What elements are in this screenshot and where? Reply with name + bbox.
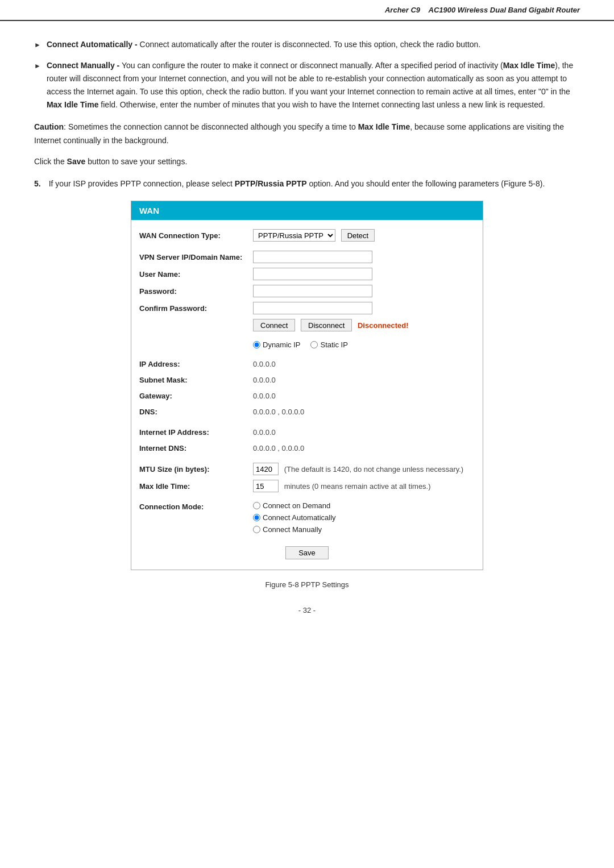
click-save-text: Click the Save button to save your setti…: [34, 155, 580, 168]
subnet-mask-value: 0.0.0.0: [253, 376, 475, 384]
figure-caption: Figure 5-8 PPTP Settings: [34, 580, 580, 589]
username-row: User Name:: [139, 265, 475, 283]
mode-auto-option[interactable]: Connect Automatically: [253, 513, 475, 522]
subnet-mask-row: Subnet Mask: 0.0.0.0: [139, 372, 475, 388]
internet-dns-value: 0.0.0.0 , 0.0.0.0: [253, 444, 475, 452]
max-idle-row: Max Idle Time: minutes (0 means remain a…: [139, 477, 475, 495]
confirm-password-row: Confirm Password:: [139, 300, 475, 317]
connect-button[interactable]: Connect: [253, 319, 295, 331]
wan-connection-type-row: WAN Connection Type: PPTP/Russia PPTP De…: [139, 226, 475, 244]
bullet-arrow-2: ►: [34, 61, 41, 72]
max-idle-input[interactable]: [253, 480, 279, 492]
wan-table-body: WAN Connection Type: PPTP/Russia PPTP De…: [131, 220, 483, 570]
disconnect-button[interactable]: Disconnect: [301, 319, 352, 331]
mode-demand-radio[interactable]: [253, 502, 260, 509]
connection-mode-options: Connect on Demand Connect Automatically …: [253, 501, 475, 534]
dns-row: DNS: 0.0.0.0 , 0.0.0.0: [139, 404, 475, 420]
header-text: Archer C9 AC1900 Wireless Dual Band Giga…: [385, 6, 580, 14]
gateway-row: Gateway: 0.0.0.0: [139, 388, 475, 404]
wan-connection-type-select[interactable]: PPTP/Russia PPTP: [253, 229, 335, 242]
gateway-label: Gateway:: [139, 392, 253, 400]
vpn-server-label: VPN Server IP/Domain Name:: [139, 253, 253, 261]
internet-dns-row: Internet DNS: 0.0.0.0 , 0.0.0.0: [139, 440, 475, 456]
ip-type-row: Dynamic IP Static IP: [253, 338, 475, 351]
password-input[interactable]: [253, 285, 372, 297]
numbered-item-5: 5. If your ISP provides PPTP connection,…: [34, 177, 580, 190]
wan-table: WAN WAN Connection Type: PPTP/Russia PPT…: [131, 201, 483, 571]
username-label: User Name:: [139, 270, 253, 279]
password-row: Password:: [139, 283, 475, 300]
mtu-label: MTU Size (in bytes):: [139, 465, 253, 474]
save-row: Save: [139, 541, 475, 562]
confirm-password-label: Confirm Password:: [139, 304, 253, 313]
internet-dns-label: Internet DNS:: [139, 444, 253, 452]
mode-manual-option[interactable]: Connect Manually: [253, 525, 475, 534]
wan-connection-type-value: PPTP/Russia PPTP Detect: [253, 229, 475, 242]
mtu-input[interactable]: [253, 463, 279, 475]
dynamic-ip-radio[interactable]: [253, 341, 260, 348]
gateway-value: 0.0.0.0: [253, 392, 475, 400]
mtu-row: MTU Size (in bytes): (The default is 142…: [139, 460, 475, 477]
bullet-text-1: Connect Automatically - Connect automati…: [47, 38, 580, 51]
internet-ip-label: Internet IP Address:: [139, 428, 253, 437]
mode-demand-option[interactable]: Connect on Demand: [253, 501, 475, 510]
caution-block: Caution: Sometimes the connection cannot…: [34, 121, 580, 147]
mtu-note: (The default is 1420, do not change unle…: [284, 465, 464, 474]
ip-address-value: 0.0.0.0: [253, 360, 475, 368]
detect-button[interactable]: Detect: [341, 229, 375, 242]
ip-address-row: IP Address: 0.0.0.0: [139, 356, 475, 372]
static-ip-radio[interactable]: [310, 341, 318, 348]
subnet-mask-label: Subnet Mask:: [139, 376, 253, 384]
max-idle-note: minutes (0 means remain active at all ti…: [284, 482, 431, 491]
bullet-item-connect-manually: ► Connect Manually - You can configure t…: [34, 59, 580, 111]
numbered-item-text: If your ISP provides PPTP connection, pl…: [49, 177, 580, 190]
confirm-password-input[interactable]: [253, 302, 372, 314]
page-number: - 32 -: [34, 606, 580, 614]
username-input[interactable]: [253, 268, 372, 280]
disconnected-status: Disconnected!: [358, 321, 409, 330]
connect-disconnect-row: Connect Disconnect Disconnected!: [139, 317, 475, 334]
bullet-list: ► Connect Automatically - Connect automa…: [34, 38, 580, 111]
internet-ip-value: 0.0.0.0: [253, 428, 475, 437]
page-header: Archer C9 AC1900 Wireless Dual Band Giga…: [0, 0, 614, 21]
ip-address-label: IP Address:: [139, 360, 253, 368]
vpn-server-input[interactable]: [253, 251, 372, 263]
vpn-server-row: VPN Server IP/Domain Name:: [139, 248, 475, 265]
dns-value: 0.0.0.0 , 0.0.0.0: [253, 408, 475, 416]
page-content: ► Connect Automatically - Connect automa…: [0, 32, 614, 637]
save-button[interactable]: Save: [285, 546, 329, 559]
mode-manual-radio[interactable]: [253, 526, 260, 533]
max-idle-label: Max Idle Time:: [139, 482, 253, 491]
dns-label: DNS:: [139, 408, 253, 416]
wan-table-title: WAN: [131, 201, 483, 220]
static-ip-option[interactable]: Static IP: [310, 340, 347, 349]
internet-ip-row: Internet IP Address: 0.0.0.0: [139, 424, 475, 440]
connection-mode-label: Connection Mode:: [139, 501, 253, 511]
connection-mode-row: Connection Mode: Connect on Demand Conne…: [139, 499, 475, 536]
dynamic-ip-option[interactable]: Dynamic IP: [253, 340, 300, 349]
wan-connection-type-label: WAN Connection Type:: [139, 231, 253, 240]
mode-auto-radio[interactable]: [253, 514, 260, 521]
bullet-text-2: Connect Manually - You can configure the…: [47, 59, 580, 111]
bullet-arrow-1: ►: [34, 40, 41, 51]
bullet-item-connect-auto: ► Connect Automatically - Connect automa…: [34, 38, 580, 51]
password-label: Password:: [139, 287, 253, 296]
